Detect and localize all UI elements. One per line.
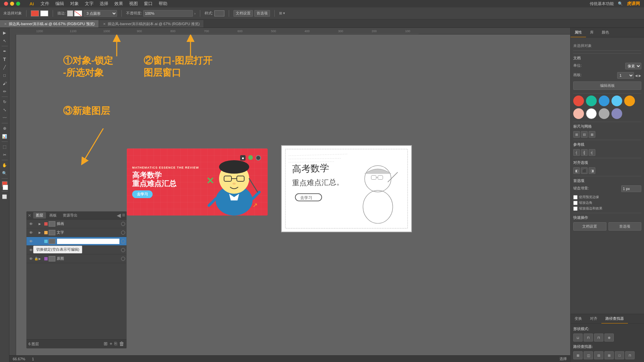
swatch-light-blue[interactable] — [611, 96, 622, 106]
paint-brush-tool[interactable]: 🖌 — [1, 80, 8, 87]
scale-effects-checkbox[interactable] — [573, 206, 578, 211]
stroke-none[interactable] — [74, 10, 82, 16]
unit-select[interactable]: 像素 — [625, 63, 641, 69]
preferences-button[interactable]: 首选项 — [254, 10, 270, 17]
align-grid-icon[interactable]: ⊞ — [573, 131, 580, 138]
scale-tool[interactable]: ⤡ — [1, 106, 8, 114]
panel-tab-libraries[interactable]: 库 — [586, 28, 598, 37]
change-screen-mode[interactable]: ⬜ — [1, 193, 8, 200]
artboard-select[interactable]: 1 — [617, 72, 634, 79]
pf-merge-icon[interactable]: ⊟ — [594, 351, 603, 359]
selection-tool[interactable]: ▶ — [1, 29, 8, 37]
shape-minus-icon[interactable]: ⊓ — [584, 334, 593, 342]
menu-view[interactable]: 视图 — [129, 1, 138, 7]
line-tool[interactable]: ╱ — [1, 64, 8, 71]
panel-menu-icon[interactable]: ≡ — [122, 212, 125, 219]
snap-edges-checkbox[interactable] — [573, 195, 578, 199]
pf-crop-icon[interactable]: ⊞ — [604, 351, 614, 359]
layer-original[interactable]: 👁 🔒 ▶ 原图 — [26, 254, 126, 263]
bottom-tab-pathfinder[interactable]: 路径查找器 — [601, 314, 628, 323]
stroke-color-box[interactable] — [3, 185, 8, 190]
layer-target-original[interactable] — [121, 257, 125, 261]
layers-tab-layers[interactable]: 图层 — [33, 212, 46, 219]
layer-chua[interactable]: 👁 ▶ 插画 — [26, 220, 126, 228]
swatch-orange[interactable] — [624, 96, 635, 106]
zoom-level[interactable]: 66.67% — [13, 357, 25, 361]
close-button[interactable] — [4, 2, 8, 6]
doc-setup-button[interactable]: 文档设置 — [233, 10, 253, 17]
swatch-white[interactable] — [586, 108, 597, 119]
pf-divide-icon[interactable]: ⊠ — [573, 351, 583, 359]
layer-name-input-new[interactable] — [57, 238, 120, 244]
layer-lock-chua[interactable] — [34, 222, 39, 226]
layer-vis-text[interactable]: 👁 — [28, 230, 34, 236]
layer-target-new[interactable] — [121, 239, 125, 243]
panel-close-icon[interactable]: ✕ — [28, 213, 31, 218]
panel-tab-properties[interactable]: 属性 — [571, 28, 586, 37]
stroke-color[interactable] — [67, 10, 73, 16]
menu-select[interactable]: 选择 — [100, 1, 108, 7]
shape-exclude-icon[interactable]: ⊕ — [604, 334, 614, 342]
swatch-lavender[interactable] — [611, 108, 622, 119]
layer-vis-chua[interactable]: 👁 — [28, 221, 34, 227]
layer-lock-original[interactable]: 🔒 — [34, 256, 39, 261]
pf-outline-icon[interactable]: □ — [615, 351, 624, 359]
make-sublayer-btn[interactable]: ⊞ — [104, 341, 108, 347]
prefs-quick-btn[interactable]: 首选项 — [608, 222, 642, 231]
swatch-blue[interactable] — [599, 96, 609, 106]
warp-tool[interactable]: 〰 — [1, 114, 8, 122]
tab-1[interactable]: ✕ 插边风-banner演示稿.ai @ 66.67% (RGB/GPU 预览) — [0, 20, 99, 27]
layer-target-colors[interactable] — [121, 248, 125, 252]
align-guides-icon[interactable]: ⊠ — [589, 131, 595, 138]
stroke-swatch[interactable] — [40, 10, 48, 16]
layer-expand-original[interactable]: ▶ — [39, 257, 43, 260]
layer-target-chua[interactable] — [121, 222, 125, 226]
arrange-icon[interactable]: ⊞ ▾ — [279, 11, 285, 15]
edit-artboard-button[interactable]: 编辑画板 — [573, 81, 641, 90]
align-left-icon[interactable]: ◧ — [573, 167, 580, 174]
menu-file[interactable]: 文件 — [41, 1, 49, 7]
layer-expand-text[interactable]: ▶ — [39, 231, 43, 234]
duplicate-layer-btn[interactable]: ⎘ — [114, 341, 117, 347]
layer-lock-new[interactable] — [34, 239, 39, 244]
shape-tool[interactable]: □ — [1, 72, 8, 79]
column-graph-tool[interactable]: 📊 — [1, 133, 8, 140]
style-swatch[interactable] — [214, 10, 224, 16]
round-corners-checkbox[interactable] — [573, 201, 578, 205]
bottom-tab-transform[interactable]: 变换 — [571, 314, 586, 323]
tab-2[interactable]: ✕ 插边风-banner演示稿的副本.ai @ 67% (RGB/GPU 推览) — [99, 20, 204, 27]
pencil-tool[interactable]: ✏ — [1, 88, 8, 95]
fill-swatch[interactable] — [31, 10, 39, 16]
menu-window[interactable]: 窗口 — [144, 1, 153, 7]
swatch-pink[interactable] — [573, 108, 584, 119]
menu-type[interactable]: 文字 — [85, 1, 94, 7]
menu-edit[interactable]: 编辑 — [55, 1, 64, 7]
minimize-button[interactable] — [10, 2, 14, 6]
stroke-style-select[interactable]: 3 点圆形 — [84, 10, 117, 17]
swatch-teal[interactable] — [586, 96, 597, 106]
layer-target-text[interactable] — [121, 231, 125, 235]
menu-help[interactable]: 帮助 — [159, 1, 167, 7]
hand-tool[interactable]: ✋ — [1, 162, 8, 169]
slice-tool[interactable]: ✂ — [1, 151, 8, 159]
layers-tab-artboards[interactable]: 画板 — [47, 212, 59, 219]
tab-1-close[interactable]: ✕ — [4, 22, 7, 26]
type-tool[interactable]: T — [1, 56, 8, 63]
pf-minus-back-icon[interactable]: ⊓ — [625, 351, 635, 359]
artboard-next[interactable]: ▶ — [639, 74, 641, 77]
swatch-red[interactable] — [573, 96, 584, 106]
menu-object[interactable]: 对象 — [70, 1, 79, 7]
canvas-viewport[interactable]: ①对象-锁定 -所选对象 ②窗口-图层打开 图层窗口 — [16, 35, 570, 355]
opacity-input[interactable] — [143, 10, 193, 17]
layers-tab-export[interactable]: 资源导出 — [60, 212, 80, 219]
doc-setup-quick-btn[interactable]: 文档设置 — [573, 222, 606, 231]
swatch-gray[interactable] — [599, 108, 609, 119]
layer-lock-text[interactable] — [34, 230, 39, 235]
guide-clear-icon[interactable]: ╡ — [589, 149, 595, 156]
align-center-icon[interactable]: ⬛ — [581, 167, 588, 174]
menu-effect[interactable]: 效果 — [114, 1, 123, 7]
direct-selection-tool[interactable]: ↖ — [1, 37, 8, 45]
tab-2-close[interactable]: ✕ — [103, 22, 106, 26]
search-icon[interactable]: 🔍 — [618, 1, 623, 6]
align-right-icon[interactable]: ◨ — [589, 167, 595, 174]
